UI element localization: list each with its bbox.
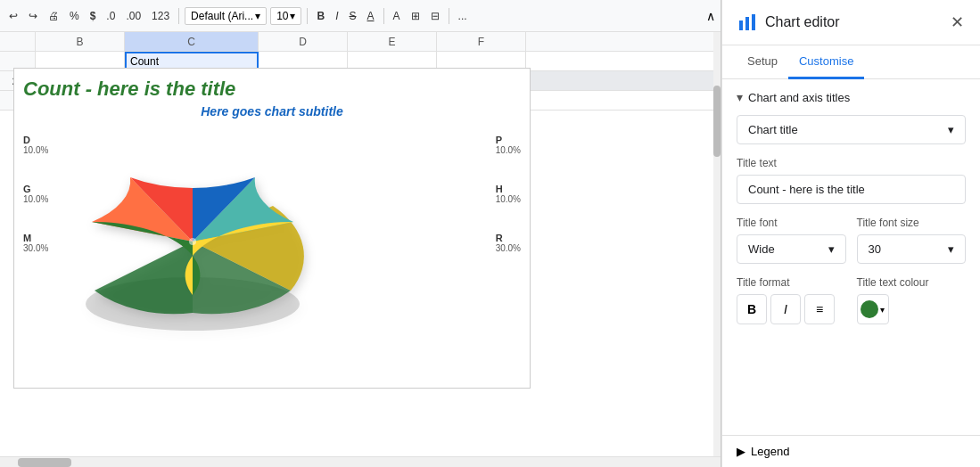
font-size-dropdown[interactable]: 10 ▾ [270,7,301,25]
section-arrow-icon[interactable]: ▾ [737,90,743,104]
col-header-e[interactable]: E [348,32,437,51]
row-number-header [0,32,36,51]
separator-3 [383,8,384,24]
font-dropdown[interactable]: Default (Ari... ▾ [185,7,267,25]
col-header-d[interactable]: D [259,32,348,51]
format-color-row: Title format B I ≡ Title text colour ▾ [737,276,966,324]
editor-header: Chart editor ✕ [722,0,980,45]
font-col: Title font Wide ▾ [737,217,846,264]
more-options-icon[interactable]: ... [455,8,471,24]
percent-sign[interactable]: % [66,8,83,24]
svg-point-1 [189,238,196,245]
font-dropdown[interactable]: Wide ▾ [737,234,846,264]
separator-1 [178,8,179,24]
redo-icon[interactable]: ↪ [25,8,41,24]
editor-content: ▾ Chart and axis titles Chart title ▾ Ti… [722,79,980,435]
title-text-label: Title text [737,157,966,169]
label-m: M 30.0% [23,233,48,253]
font-value: Wide [748,242,775,256]
chart-editor-panel: Chart editor ✕ Setup Customise ▾ Chart a… [721,0,980,467]
format-col: Title format B I ≡ [737,276,846,324]
font-label: Title font [737,217,846,229]
font-size-label: Title font size [857,217,967,229]
legend-arrow-icon: ▶ [737,445,745,458]
label-h: H 10.0% [496,184,521,204]
font-size-dropdown-arrow: ▾ [948,242,954,256]
align-format-button[interactable]: ≡ [804,294,835,324]
decimal-less[interactable]: .00 [122,8,144,24]
vertical-scrollbar-track[interactable] [713,32,721,467]
horizontal-scrollbar-thumb[interactable] [18,458,71,467]
tab-setup[interactable]: Setup [737,45,788,79]
section-title-text: Chart and axis titles [748,91,850,104]
pie-chart-svg [68,117,317,348]
svg-rect-4 [752,14,755,30]
format-label: Title format [737,276,846,289]
legend-label: Legend [751,445,789,458]
label-r: R 30.0% [496,233,521,253]
vertical-scrollbar-thumb[interactable] [713,86,721,157]
separator-4 [449,8,449,24]
font-dropdown-arrow: ▾ [828,242,835,256]
chart-editor-icon [737,12,758,33]
format-buttons: B I ≡ [737,294,846,324]
horizontal-scrollbar[interactable] [0,456,721,467]
font-size-value: 30 [869,242,881,256]
col-header-c[interactable]: C [125,32,259,51]
bold-button[interactable]: B [313,8,328,24]
tab-customise[interactable]: Customise [788,45,864,79]
grid-container: B C D E F Count 28 P [0,32,721,467]
print-icon[interactable]: 🖨 [45,8,62,24]
color-dropdown-arrow: ▾ [880,305,885,315]
label-g: G 10.0% [23,184,48,204]
close-button[interactable]: ✕ [949,11,966,34]
merge-icon[interactable]: ⊟ [427,8,443,24]
undo-icon[interactable]: ↩ [5,8,21,24]
pie-area: D 10.0% G 10.0% M 30.0% [23,126,521,340]
editor-title-text: Chart editor [765,14,942,30]
chart-title: Count - here is the title [23,78,521,101]
section-chart-axis-titles: ▾ Chart and axis titles [737,90,966,104]
svg-rect-3 [745,17,749,30]
col-header-f[interactable]: F [437,32,526,51]
strikethrough-button[interactable]: S [346,8,360,24]
font-size-col: Title font size 30 ▾ [857,217,967,264]
collapse-toolbar-icon[interactable]: ∧ [706,9,715,23]
editor-tabs: Setup Customise [722,45,980,79]
spreadsheet-area: ↩ ↪ 🖨 % $ .0 .00 123 Default (Ari... ▾ 1… [0,0,721,467]
color-picker-button[interactable]: ▾ [857,294,889,324]
italic-button[interactable]: I [332,8,342,24]
underline-button[interactable]: A [364,8,378,24]
label-p: P 10.0% [496,135,521,155]
chart-title-dropdown[interactable]: Chart title ▾ [737,115,966,144]
legend-left: ▶ Legend [737,445,789,458]
font-size-dropdown[interactable]: 30 ▾ [857,234,967,264]
font-size-row: Title font Wide ▾ Title font size 30 ▾ [737,217,966,264]
color-col: Title text colour ▾ [857,276,967,324]
svg-rect-2 [739,20,743,30]
borders-icon[interactable]: ⊞ [408,8,424,24]
column-headers: B C D E F [0,32,721,52]
left-labels: D 10.0% G 10.0% M 30.0% [23,126,48,253]
fill-color-icon[interactable]: A [390,8,404,24]
format-123[interactable]: 123 [148,8,173,24]
right-labels: P 10.0% H 10.0% R 30.0% [496,126,521,253]
color-label: Title text colour [857,276,967,289]
col-header-b[interactable]: B [36,32,125,51]
color-swatch [861,300,878,318]
separator-2 [307,8,308,24]
chart-title-dropdown-arrow: ▾ [948,123,954,136]
legend-section[interactable]: ▶ Legend [722,435,980,467]
chart-overlay[interactable]: Count - here is the title Here goes char… [13,68,531,389]
pie-chart-container [68,117,317,351]
toolbar: ↩ ↪ 🖨 % $ .0 .00 123 Default (Ari... ▾ 1… [0,0,721,32]
italic-format-button[interactable]: I [770,294,801,324]
chart-title-dropdown-label: Chart title [748,123,798,136]
bold-format-button[interactable]: B [737,294,767,324]
title-text-input[interactable] [737,175,966,204]
label-d: D 10.0% [23,135,48,155]
currency-icon[interactable]: $ [86,8,100,24]
decimal-more[interactable]: .0 [103,8,119,24]
